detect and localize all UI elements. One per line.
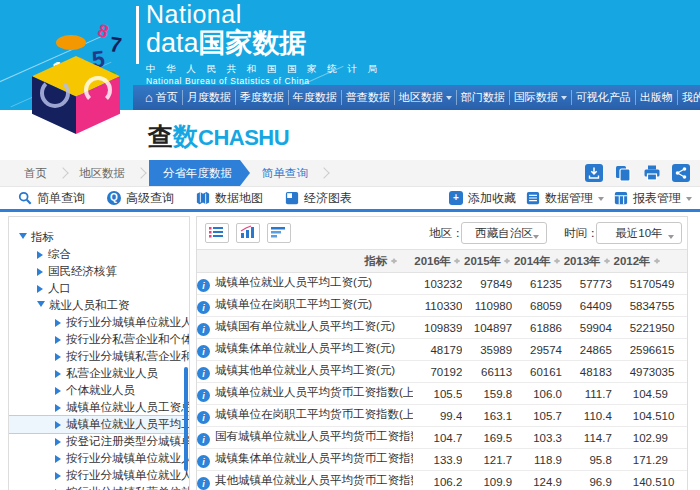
breadcrumb-simple-query[interactable]: 简单查询 xyxy=(252,166,318,181)
share-icon[interactable] xyxy=(672,164,690,182)
data-map-button[interactable]: 数据地图 xyxy=(196,190,263,207)
nav-item[interactable]: 国际数据 xyxy=(510,90,572,105)
nav-item[interactable]: 月度数据 xyxy=(183,90,236,105)
value-cell: 106.0 xyxy=(512,383,562,405)
breadcrumb-active-tab[interactable]: 分省年度数据 xyxy=(149,160,250,186)
info-icon[interactable] xyxy=(197,389,210,402)
economic-chart-button[interactable]: 经济图表 xyxy=(285,190,352,207)
time-select[interactable]: 最近10年 xyxy=(596,222,682,244)
tree-item[interactable]: 城镇单位就业人员平均工资和指数 xyxy=(9,416,189,433)
tree-toggle-icon[interactable] xyxy=(37,251,47,259)
tree-item[interactable]: 按行业分私营企业和个体就业人员 xyxy=(9,331,189,348)
value-cell: 55 xyxy=(662,295,688,317)
tree-item[interactable]: 指标 xyxy=(9,229,189,246)
nav-item[interactable]: 部门数据 xyxy=(457,90,510,105)
nav-item[interactable]: 季度数据 xyxy=(236,90,289,105)
tree-toggle-icon[interactable] xyxy=(55,421,65,429)
table-row: 其他城镇单位就业人员平均货币工资指数(上年=100) 106.2 109.9 1… xyxy=(197,471,688,490)
value-cell: 140.5 xyxy=(612,471,662,490)
tree-item[interactable]: 人口 xyxy=(9,280,189,297)
tree-item[interactable]: 综合 xyxy=(9,246,189,263)
nav-item[interactable]: ⌂首页 xyxy=(141,90,183,105)
tree-item[interactable]: 按行业分城镇单位就业人员平均工资 xyxy=(9,467,189,484)
simple-query-button[interactable]: 简单查询 xyxy=(18,190,85,207)
tree-item-label: 个体就业人员 xyxy=(66,384,135,396)
column-header-year[interactable]: 2015年 xyxy=(462,250,512,273)
tree-toggle-icon[interactable] xyxy=(19,233,27,239)
tree-item-label: 城镇单位就业人员平均工资和指数 xyxy=(66,418,189,430)
tree-item[interactable]: 按行业分城镇私营单位就业人员平均工资 xyxy=(9,484,189,490)
value-cell: 35989 xyxy=(462,339,512,361)
table-controls: 地区： 西藏自治区 时间： 最近10年 xyxy=(197,217,687,249)
chevron-down-icon xyxy=(686,197,692,204)
tree-item[interactable]: 按登记注册类型分城镇单位就业人员工资总额 xyxy=(9,433,189,450)
tree-item[interactable]: 城镇单位就业人员工资总额和指数 xyxy=(9,399,189,416)
info-icon[interactable] xyxy=(197,411,210,424)
add-favorite-icon: + xyxy=(449,191,463,205)
print-icon[interactable] xyxy=(643,164,661,182)
bar-chart-view-icon[interactable] xyxy=(236,223,260,243)
value-cell: 105.7 xyxy=(512,405,562,427)
info-icon[interactable] xyxy=(197,367,210,380)
tree-item[interactable]: 就业人员和工资 xyxy=(9,297,189,314)
tree-toggle-icon[interactable] xyxy=(55,370,65,378)
tree-toggle-icon[interactable] xyxy=(55,472,65,480)
advanced-query-button[interactable]: Q 高级查询 xyxy=(107,190,174,207)
tree-toggle-icon[interactable] xyxy=(55,336,65,344)
tree-toggle-icon[interactable] xyxy=(55,455,65,463)
tree-toggle-icon[interactable] xyxy=(55,353,65,361)
tree-item[interactable]: 按行业分城镇私营企业和个体就业人员 xyxy=(9,348,189,365)
info-icon[interactable] xyxy=(197,301,210,314)
list-view-icon[interactable] xyxy=(205,223,229,243)
info-icon[interactable] xyxy=(197,477,210,490)
column-header-year[interactable]: 2016年 xyxy=(413,250,463,273)
copy-icon[interactable] xyxy=(614,164,632,182)
data-manage-button[interactable]: 数据管理 xyxy=(526,190,604,207)
column-header-year[interactable]: 2013年 xyxy=(562,250,612,273)
column-header-indicator[interactable]: 指标 xyxy=(197,250,413,273)
info-icon[interactable] xyxy=(197,455,210,468)
sidebar-scrollbar[interactable] xyxy=(184,367,188,471)
tree-toggle-icon[interactable] xyxy=(55,387,65,395)
tree-toggle-icon[interactable] xyxy=(55,319,65,327)
pie-chart-view-icon[interactable] xyxy=(298,224,316,242)
table-row: 城镇集体单位就业人员平均货币工资指数(上年=100) 133.9 121.7 1… xyxy=(197,449,688,471)
nav-item[interactable]: 年度数据 xyxy=(289,90,342,105)
cube-top-dot xyxy=(56,35,86,50)
breadcrumb-region-data[interactable]: 地区数据 xyxy=(69,166,135,181)
value-cell: 57773 xyxy=(562,273,612,295)
add-favorite-button[interactable]: + 添加收藏 xyxy=(449,190,516,207)
indicator-name: 城镇国有单位就业人员平均工资(元) xyxy=(215,320,395,332)
nav-item[interactable]: 可视化产品 xyxy=(572,90,636,105)
nav-item[interactable]: 普查数据 xyxy=(342,90,395,105)
tree-item[interactable]: 私营企业就业人员 xyxy=(9,365,189,382)
nav-item[interactable]: 地区数据 xyxy=(395,90,457,105)
column-header-year[interactable]: 2012年 xyxy=(612,250,662,273)
chevron-down-icon xyxy=(533,235,539,242)
tree-toggle-icon[interactable] xyxy=(55,404,65,412)
hbar-chart-view-icon[interactable] xyxy=(267,223,291,243)
column-header-year[interactable]: 2011年 xyxy=(662,250,688,273)
download-icon[interactable] xyxy=(585,164,603,182)
nav-item[interactable]: 出版物 xyxy=(636,90,678,105)
tree-toggle-icon[interactable] xyxy=(37,301,45,307)
value-cell: 133.9 xyxy=(413,449,463,471)
tree-toggle-icon[interactable] xyxy=(37,268,47,276)
info-icon[interactable] xyxy=(197,433,210,446)
value-cell: 110330 xyxy=(413,295,463,317)
info-icon[interactable] xyxy=(197,345,210,358)
tree-item[interactable]: 按行业分城镇单位就业人员 xyxy=(9,314,189,331)
tree-toggle-icon[interactable] xyxy=(55,438,65,446)
nav-item[interactable]: 我的收藏 xyxy=(678,90,700,105)
region-select[interactable]: 西藏自治区 xyxy=(461,222,547,244)
tree-item[interactable]: 国民经济核算 xyxy=(9,263,189,280)
info-icon[interactable] xyxy=(197,279,210,292)
column-header-year[interactable]: 2014年 xyxy=(512,250,562,273)
info-icon[interactable] xyxy=(197,323,210,336)
toolbar-right: + 添加收藏 数据管理 报表管理 xyxy=(449,187,692,209)
report-manage-button[interactable]: 报表管理 xyxy=(614,190,692,207)
tree-item[interactable]: 个体就业人员 xyxy=(9,382,189,399)
tree-toggle-icon[interactable] xyxy=(37,285,47,293)
tree-item[interactable]: 按行业分城镇单位就业人员工资总额 xyxy=(9,450,189,467)
breadcrumb-home[interactable]: 首页 xyxy=(14,166,57,181)
